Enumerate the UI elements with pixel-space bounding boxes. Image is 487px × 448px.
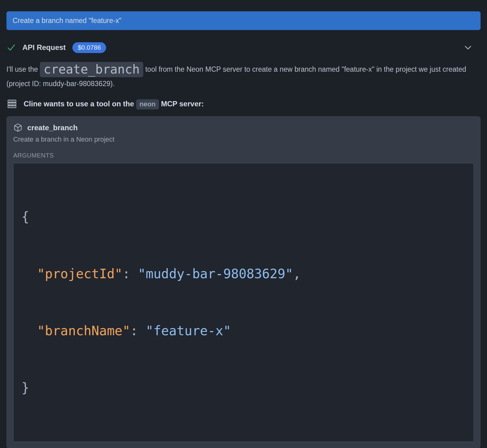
cost-badge: $0.0786 xyxy=(72,42,106,53)
check-icon xyxy=(6,43,16,52)
tool-description: Create a branch in a Neon project xyxy=(13,135,474,143)
arguments-code-block: { "projectId": "muddy-bar-98083629", "br… xyxy=(13,163,474,442)
api-request-label: API Request xyxy=(22,43,66,52)
server-name-chip: neon xyxy=(136,99,159,109)
task-banner[interactable]: Create a branch named "feature-x" xyxy=(6,11,481,30)
tool-ask-post: MCP server: xyxy=(159,100,204,108)
api-request-left: API Request $0.0786 xyxy=(6,42,106,53)
arguments-label: ARGUMENTS xyxy=(13,152,474,159)
cline-chat-panel: Create a branch named "feature-x" API Re… xyxy=(0,0,487,448)
json-line: "projectId": "muddy-bar-98083629", xyxy=(21,264,466,283)
json-line: { xyxy=(21,207,466,226)
message-text-pre: I'll use the xyxy=(6,65,40,73)
tool-request-card: create_branch Create a branch in a Neon … xyxy=(6,116,481,448)
tool-ask-pre: Cline wants to use a tool on the xyxy=(24,100,136,108)
task-banner-text: Create a branch named "feature-x" xyxy=(13,17,121,25)
mcp-server-icon xyxy=(6,98,17,109)
tool-ask-text: Cline wants to use a tool on the neon MC… xyxy=(24,100,204,108)
tool-ask-row: Cline wants to use a tool on the neon MC… xyxy=(6,98,481,109)
api-request-header-1[interactable]: API Request $0.0786 xyxy=(6,40,481,55)
json-line: } xyxy=(21,378,466,397)
assistant-message: I'll use the create_branch tool from the… xyxy=(6,62,481,90)
chevron-down-icon[interactable] xyxy=(463,43,473,52)
tool-title-row: create_branch xyxy=(13,123,474,132)
cube-icon xyxy=(13,123,23,132)
inline-code-create-branch: create_branch xyxy=(40,62,143,77)
tool-name: create_branch xyxy=(27,123,78,132)
json-line: "branchName": "feature-x" xyxy=(21,321,466,340)
